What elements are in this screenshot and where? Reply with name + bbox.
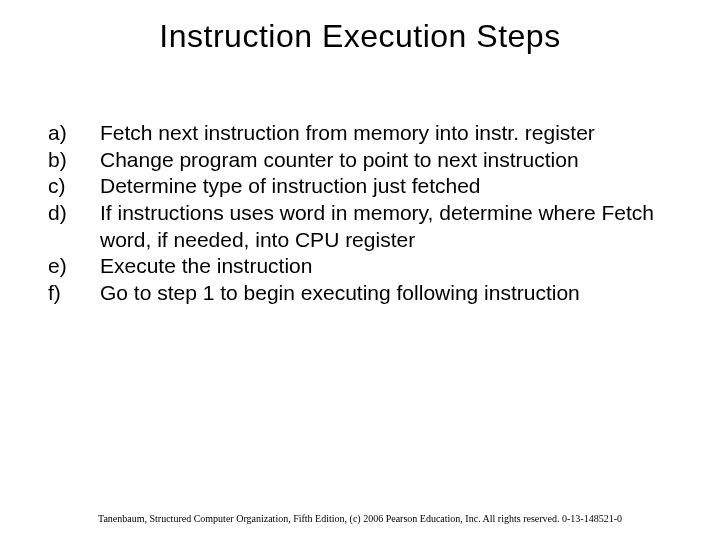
list-item: e) Execute the instruction: [48, 253, 672, 280]
item-text: Fetch next instruction from memory into …: [100, 120, 672, 147]
footer-citation: Tanenbaum, Structured Computer Organizat…: [0, 513, 720, 524]
item-letter: e): [48, 253, 100, 280]
list-item: f) Go to step 1 to begin executing follo…: [48, 280, 672, 307]
list-item: c) Determine type of instruction just fe…: [48, 173, 672, 200]
list-item: a) Fetch next instruction from memory in…: [48, 120, 672, 147]
list-item: b) Change program counter to point to ne…: [48, 147, 672, 174]
list-item: d) If instructions uses word in memory, …: [48, 200, 672, 253]
item-letter: c): [48, 173, 100, 200]
item-text: If instructions uses word in memory, det…: [100, 200, 672, 253]
item-letter: a): [48, 120, 100, 147]
item-text: Execute the instruction: [100, 253, 672, 280]
item-letter: d): [48, 200, 100, 227]
item-letter: b): [48, 147, 100, 174]
item-letter: f): [48, 280, 100, 307]
item-text: Change program counter to point to next …: [100, 147, 672, 174]
page-title: Instruction Execution Steps: [0, 0, 720, 55]
item-text: Go to step 1 to begin executing followin…: [100, 280, 672, 307]
step-list: a) Fetch next instruction from memory in…: [48, 120, 672, 307]
slide: Instruction Execution Steps a) Fetch nex…: [0, 0, 720, 540]
item-text: Determine type of instruction just fetch…: [100, 173, 672, 200]
